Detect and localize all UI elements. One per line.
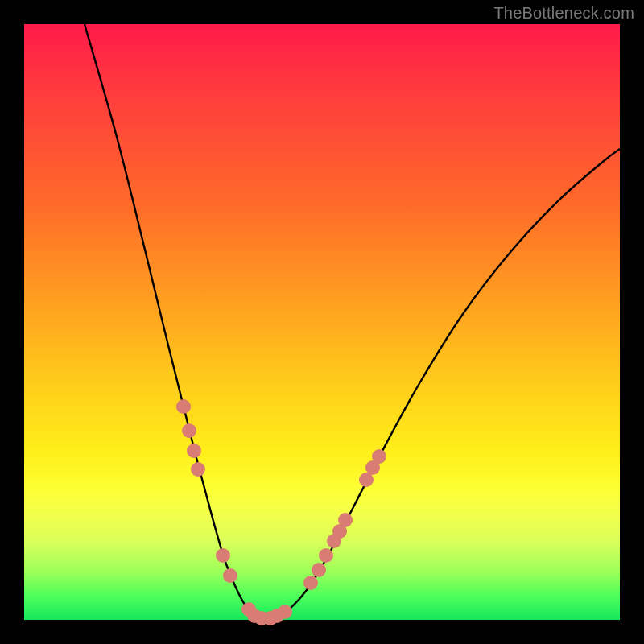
marker-dot	[176, 399, 191, 414]
watermark-text: TheBottleneck.com	[493, 4, 634, 23]
marker-dot	[223, 568, 237, 583]
marker-dot	[187, 444, 201, 458]
curve-markers	[176, 399, 386, 625]
marker-dot	[278, 605, 292, 619]
marker-dot	[338, 513, 353, 527]
marker-dot	[182, 423, 196, 438]
marker-dot	[303, 576, 318, 590]
plot-area	[24, 24, 620, 620]
marker-dot	[312, 563, 326, 577]
marker-dot	[216, 548, 230, 563]
chart-svg	[24, 24, 620, 620]
curve-right-branch	[262, 149, 620, 619]
marker-dot	[319, 548, 333, 563]
outer-frame: TheBottleneck.com	[0, 0, 644, 644]
curve-left-branch	[85, 24, 262, 619]
marker-dot	[372, 449, 386, 464]
marker-dot	[191, 462, 205, 477]
